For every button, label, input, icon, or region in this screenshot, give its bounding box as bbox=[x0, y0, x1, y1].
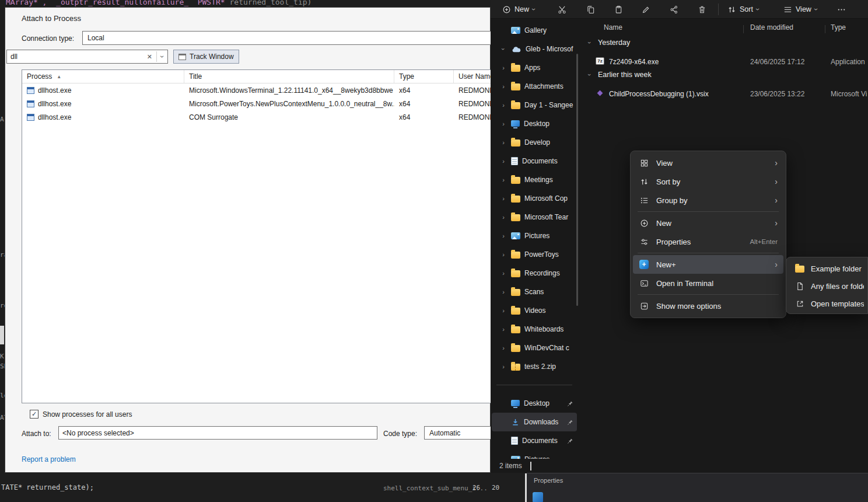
document-icon bbox=[511, 437, 518, 445]
show-all-users-checkbox[interactable]: ✓ bbox=[30, 410, 38, 419]
sidebar-item-documents-pinned[interactable]: Documents bbox=[492, 431, 577, 450]
file-row[interactable]: 7z 7z2409-x64.exe 24/06/2025 17:12 Appli… bbox=[491, 55, 868, 69]
paste-button[interactable] bbox=[609, 2, 628, 16]
connection-type-value: Local bbox=[88, 34, 104, 42]
cut-button[interactable] bbox=[552, 2, 571, 16]
newplus-submenu: Example folder Any files or folde Open t… bbox=[786, 257, 868, 314]
sidebar-item-label: Microsoft Cop bbox=[524, 194, 573, 203]
column-header-user[interactable]: User Name bbox=[454, 70, 491, 83]
column-header-name[interactable]: Name bbox=[604, 23, 622, 32]
sidebar-item-label: Videos bbox=[524, 306, 573, 315]
attach-to-input[interactable] bbox=[59, 429, 377, 437]
sidebar-item-label: Microsoft Tear bbox=[524, 213, 573, 221]
folder-icon bbox=[511, 326, 520, 333]
menu-item-view[interactable]: View › bbox=[633, 154, 783, 172]
new-button[interactable]: New › bbox=[498, 2, 540, 17]
toolbar-divider bbox=[718, 4, 719, 15]
menu-item-group-by[interactable]: Group by › bbox=[633, 191, 783, 210]
attach-to-box bbox=[58, 426, 377, 440]
zip-icon bbox=[511, 364, 520, 371]
plus-circle-icon bbox=[502, 5, 511, 14]
delete-button[interactable] bbox=[692, 2, 711, 16]
filter-dropdown-icon[interactable]: › bbox=[156, 51, 167, 62]
track-window-button[interactable]: Track Window bbox=[173, 50, 239, 64]
process-row[interactable]: dllhost.exe Microsoft.WindowsTerminal_1.… bbox=[22, 83, 491, 97]
share-icon bbox=[670, 5, 678, 14]
sidebar-item-videos[interactable]: › Videos bbox=[492, 301, 577, 320]
column-header-type[interactable]: Type bbox=[394, 70, 454, 83]
column-divider bbox=[825, 25, 825, 33]
pin-icon bbox=[567, 419, 573, 426]
sidebar-item-microsoft-tear[interactable]: › Microsoft Tear bbox=[492, 208, 577, 226]
clear-filter-icon[interactable]: ✕ bbox=[143, 53, 156, 61]
column-header-process[interactable]: Process ▲ bbox=[22, 70, 184, 83]
process-row[interactable]: dllhost.exe Microsoft.PowerToys.NewPlusC… bbox=[22, 97, 491, 110]
show-all-users-label: Show processes for all users bbox=[43, 410, 132, 419]
menu-item-new[interactable]: New › bbox=[633, 214, 783, 232]
desktop-icon bbox=[511, 400, 520, 406]
attach-to-label: Attach to: bbox=[22, 430, 51, 438]
menu-item-properties[interactable]: Properties Alt+Enter bbox=[633, 232, 783, 251]
copy-icon bbox=[586, 5, 595, 14]
menu-item-label: View bbox=[656, 159, 768, 168]
folder-icon bbox=[511, 252, 520, 259]
sidebar-item-label: Whiteboards bbox=[524, 325, 573, 333]
chevron-down-icon: › bbox=[586, 39, 593, 46]
connection-type-combobox[interactable]: Local bbox=[82, 31, 491, 45]
process-type: x64 bbox=[399, 100, 410, 108]
file-row[interactable]: ChildProcessDebugging (1).vsix 23/06/202… bbox=[491, 88, 868, 102]
plus-circle-icon bbox=[640, 219, 649, 228]
connection-type-label: Connection type: bbox=[22, 34, 74, 43]
process-title: Microsoft.PowerToys.NewPlusContextMenu_1… bbox=[189, 100, 394, 108]
menu-item-show-more-options[interactable]: Show more options bbox=[633, 297, 783, 315]
menu-item-sort-by[interactable]: Sort by › bbox=[633, 172, 783, 191]
context-menu: View › Sort by › Group by › New › Proper… bbox=[630, 151, 786, 318]
sidebar-item-tests-zip[interactable]: › tests 2.zip bbox=[492, 357, 577, 376]
group-header-yesterday[interactable]: › Yesterday bbox=[586, 39, 630, 47]
process-title: COM Surrogate bbox=[189, 113, 238, 121]
sidebar-item-meetings[interactable]: › Meetings bbox=[492, 170, 577, 189]
submenu-item-open-templates[interactable]: Open templates bbox=[789, 295, 867, 312]
process-filter-input[interactable] bbox=[7, 53, 143, 61]
code-type-combobox[interactable]: Automatic bbox=[424, 426, 500, 440]
sidebar-item-gallery[interactable]: Gallery bbox=[492, 21, 577, 40]
column-header-date[interactable]: Date modified bbox=[750, 23, 793, 32]
sort-button[interactable]: Sort › bbox=[723, 2, 764, 17]
column-header-type[interactable]: Type bbox=[831, 23, 846, 32]
sidebar-item-label: Scans bbox=[524, 288, 573, 296]
process-title: Microsoft.WindowsTerminal_1.22.11141.0_x… bbox=[189, 86, 393, 95]
group-header-earlier[interactable]: › Earlier this week bbox=[586, 71, 652, 79]
chevron-right-icon: › bbox=[500, 270, 507, 277]
process-row[interactable]: dllhost.exe COM Surrogate x64 REDMOND bbox=[22, 110, 491, 124]
sidebar-item-downloads-pinned[interactable]: Downloads bbox=[492, 413, 577, 431]
sidebar-item-pictures[interactable]: › Pictures bbox=[492, 226, 577, 245]
sidebar-item-microsoft-cop[interactable]: › Microsoft Cop bbox=[492, 189, 577, 208]
sidebar-item-recordings[interactable]: › Recordings bbox=[492, 264, 577, 283]
more-button[interactable] bbox=[832, 2, 850, 16]
share-button[interactable] bbox=[664, 2, 683, 16]
submenu-item-any-files[interactable]: Any files or folde bbox=[789, 277, 867, 295]
sidebar-item-windevchat[interactable]: › WinDevChat c bbox=[492, 339, 577, 357]
view-button[interactable]: View › bbox=[779, 2, 822, 17]
sidebar-item-desktop[interactable]: › Desktop bbox=[492, 114, 577, 133]
folder-icon bbox=[795, 266, 804, 273]
sidebar-item-scans[interactable]: › Scans bbox=[492, 283, 577, 301]
sidebar-item-develop[interactable]: › Develop bbox=[492, 133, 577, 152]
title-cell: Microsoft.WindowsTerminal_1.22.11141.0_x… bbox=[184, 86, 394, 95]
rename-button[interactable] bbox=[636, 2, 655, 16]
chevron-down-icon: › bbox=[530, 8, 538, 11]
column-header-title[interactable]: Title bbox=[184, 70, 394, 83]
report-problem-link[interactable]: Report a problem bbox=[22, 455, 76, 463]
sidebar-item-documents[interactable]: › Documents bbox=[492, 152, 577, 170]
sidebar-item-pictures-pinned[interactable]: Pictures bbox=[492, 450, 577, 459]
pin-icon bbox=[567, 438, 573, 444]
chevron-right-icon: › bbox=[500, 363, 507, 370]
submenu-item-example-folder[interactable]: Example folder bbox=[789, 260, 867, 277]
sidebar-item-desktop-pinned[interactable]: Desktop bbox=[492, 394, 577, 413]
sidebar-item-whiteboards[interactable]: › Whiteboards bbox=[492, 320, 577, 339]
menu-item-open-in-terminal[interactable]: Open in Terminal bbox=[633, 274, 783, 292]
menu-item-newplus[interactable]: + New+ › bbox=[633, 255, 783, 274]
open-external-icon bbox=[796, 299, 804, 308]
sidebar-item-powertoys[interactable]: › PowerToys bbox=[492, 245, 577, 264]
copy-button[interactable] bbox=[581, 2, 600, 16]
